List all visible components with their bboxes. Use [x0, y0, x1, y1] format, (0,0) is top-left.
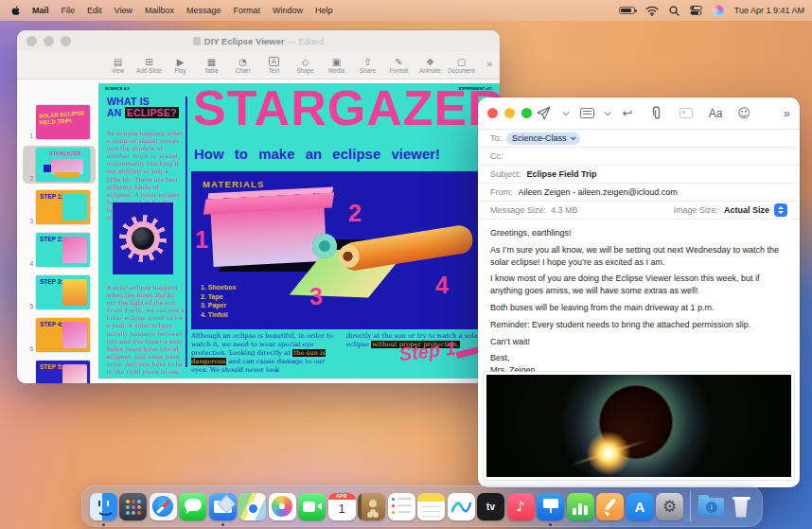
- message-size-value: 4.3 MB: [551, 205, 578, 215]
- chart-button[interactable]: Chart: [227, 57, 258, 74]
- dock-safari-icon[interactable]: [149, 485, 177, 527]
- from-field[interactable]: From: Aileen Zeigen - aileen.zeigen@iclo…: [478, 184, 800, 202]
- format-button[interactable]: Format: [383, 57, 415, 74]
- search-icon[interactable]: [669, 6, 680, 16]
- reply-arrow-icon[interactable]: ↩: [614, 107, 641, 119]
- keynote-titlebar[interactable]: DIY Eclipse Viewer — Edited: [17, 30, 500, 51]
- menu-file[interactable]: File: [62, 6, 76, 15]
- menu-mailbox[interactable]: Mailbox: [145, 6, 174, 15]
- materials-box: MATERIALS 1 2 3 4 1. Shoebox 2. Tape 3. …: [191, 171, 486, 329]
- window-title: DIY Eclipse Viewer — Edited: [17, 36, 500, 46]
- dock-reminders-icon[interactable]: [387, 485, 415, 527]
- share-button[interactable]: Share: [352, 57, 383, 74]
- attach-icon[interactable]: [641, 106, 671, 120]
- slide-thumbnail-6[interactable]: 6STEP 4:: [23, 316, 96, 354]
- image-size-select[interactable]: Actual Size: [724, 203, 787, 217]
- apple-menu-icon[interactable]: [11, 6, 20, 16]
- view-button[interactable]: View: [102, 57, 133, 74]
- media-button[interactable]: Media: [321, 57, 352, 74]
- cc-field[interactable]: Cc:: [478, 148, 800, 166]
- dock-settings-icon[interactable]: ⚙: [656, 485, 684, 527]
- menu-help[interactable]: Help: [315, 6, 333, 15]
- slide-thumbnail-4[interactable]: 4STEP 2:: [23, 231, 96, 269]
- text-button[interactable]: Text: [258, 56, 290, 74]
- dock-freeform-icon[interactable]: [447, 485, 475, 527]
- dock-maps-icon[interactable]: [238, 485, 267, 527]
- siri-icon[interactable]: [713, 5, 724, 16]
- document-proxy-icon: [193, 37, 201, 45]
- dock-keynote-icon[interactable]: [537, 485, 565, 527]
- more-icon[interactable]: »: [784, 106, 790, 120]
- size-row: Message Size: 4.3 MB Image Size: Actual …: [478, 202, 800, 220]
- slide-thumbnail-2-selected[interactable]: 2STARGAZER: [23, 146, 96, 184]
- dock-contacts-icon[interactable]: [358, 485, 386, 527]
- battery-icon[interactable]: [619, 7, 635, 14]
- dock-launchpad-icon[interactable]: [119, 485, 148, 527]
- dock-tv-icon[interactable]: tv: [477, 485, 505, 527]
- format-button[interactable]: Aa: [701, 107, 730, 120]
- slide-thumbnail-5[interactable]: 5STEP 3:: [23, 273, 96, 311]
- mail-compose-window: ↩ Aa ☺ » To: Science-Class Cc: Subject: …: [478, 97, 800, 487]
- menu-message[interactable]: Message: [186, 6, 221, 15]
- caution-text-col1: Although an eclipse is beautiful, in ord…: [191, 332, 335, 375]
- dock-trash-icon[interactable]: [727, 485, 755, 527]
- slide-thumbnail-3[interactable]: 3STEP 1:: [23, 188, 96, 226]
- mail-toolbar[interactable]: ↩ Aa ☺ »: [478, 97, 800, 130]
- menu-bar-clock[interactable]: Tue Apr 1 9:41 AM: [734, 6, 804, 15]
- dock-mail-icon[interactable]: [208, 485, 237, 527]
- toolbar-overflow-chevron-icon[interactable]: »: [486, 58, 492, 69]
- dock-messages-icon[interactable]: [179, 485, 207, 527]
- document-icon: [457, 57, 466, 67]
- body-paragraph: Can’t wait!: [490, 336, 787, 348]
- slide-thumbnail-7[interactable]: 7STEP 5:: [23, 359, 96, 383]
- dock-photos-icon[interactable]: [268, 485, 296, 527]
- eclipse-photo: [486, 375, 791, 477]
- slide-canvas[interactable]: SCIENCE 4.2 EXPERIMENT #11 WHAT IS AN EC…: [98, 83, 500, 379]
- control-center-icon[interactable]: [690, 6, 702, 15]
- header-fields-icon[interactable]: [574, 108, 599, 118]
- dock-facetime-icon[interactable]: [298, 485, 327, 527]
- add-slide-button[interactable]: Add Slide: [133, 57, 165, 74]
- slide-title: STARGAZER: [193, 83, 500, 136]
- dock-calendar-icon[interactable]: APR1: [327, 485, 356, 527]
- dock-notes-icon[interactable]: [417, 485, 446, 527]
- play-icon: [177, 57, 185, 67]
- menu-format[interactable]: Format: [233, 6, 260, 15]
- to-field[interactable]: To: Science-Class: [478, 130, 800, 148]
- close-button[interactable]: [487, 108, 498, 118]
- document-button[interactable]: Document: [446, 57, 477, 74]
- dock-downloads-icon[interactable]: ↓: [697, 485, 726, 527]
- shape-button[interactable]: Shape: [290, 57, 321, 74]
- menu-window[interactable]: Window: [273, 6, 303, 15]
- message-body[interactable]: Greetings, earthlings! As I’m sure you a…: [478, 220, 800, 377]
- slide-navigator: 1SOLAR ECLIPSE FIELD TRIP! 2STARGAZER 3S…: [17, 80, 96, 383]
- animate-button[interactable]: Animate: [415, 57, 446, 74]
- send-options-chevron-icon[interactable]: [556, 111, 574, 115]
- send-icon[interactable]: [531, 106, 556, 120]
- dock-music-icon[interactable]: ♪: [506, 485, 535, 527]
- text-icon: [269, 57, 279, 66]
- emoji-icon[interactable]: ☺: [730, 107, 758, 119]
- header-fields-chevron-icon[interactable]: [599, 111, 614, 115]
- slide-thumbnail-1[interactable]: 1SOLAR ECLIPSE FIELD TRIP!: [23, 103, 96, 141]
- attachment-card[interactable]: [484, 372, 794, 480]
- dock-pages-icon[interactable]: [596, 485, 625, 527]
- subject-field[interactable]: Subject: Eclipse Field Trip: [478, 166, 800, 184]
- wifi-icon[interactable]: [645, 6, 659, 16]
- slide-divider: [185, 97, 187, 367]
- recipient-token[interactable]: Science-Class: [506, 132, 580, 145]
- menu-view[interactable]: View: [115, 6, 132, 15]
- token-chevron-icon: [570, 134, 575, 140]
- dock-app-store-icon[interactable]: A: [626, 485, 654, 527]
- menu-edit[interactable]: Edit: [87, 6, 102, 15]
- play-button[interactable]: Play: [165, 57, 196, 74]
- eclipse-flare-art: [587, 432, 630, 475]
- slide-paragraph-2: A solar eclipse happens when the moon bl…: [107, 284, 185, 379]
- dock-numbers-icon[interactable]: [566, 485, 594, 527]
- minimize-button[interactable]: [504, 108, 515, 118]
- table-button[interactable]: Table: [196, 57, 227, 74]
- dock-finder-icon[interactable]: [89, 485, 117, 527]
- body-paragraph: Both buses will be leaving from the main…: [490, 302, 787, 314]
- menu-app-name[interactable]: Mail: [32, 6, 49, 15]
- insert-photo-icon[interactable]: [671, 108, 701, 118]
